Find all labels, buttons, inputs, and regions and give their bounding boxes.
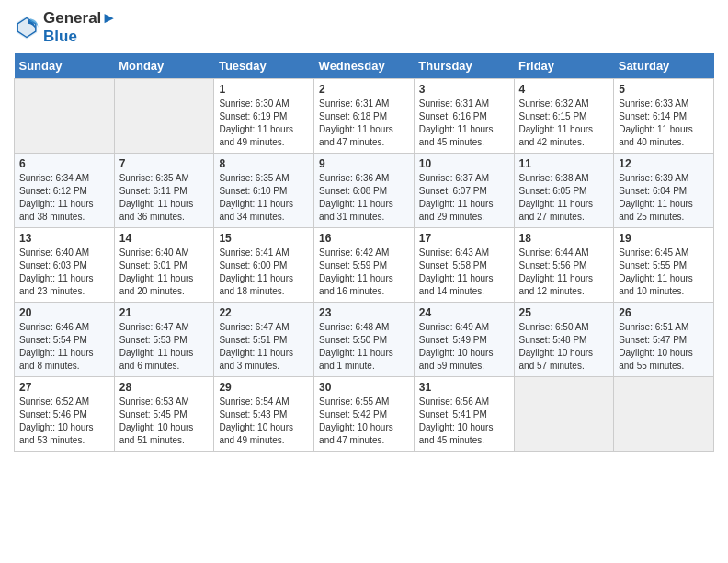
calendar-cell: 29Sunrise: 6:54 AMSunset: 5:43 PMDayligh… — [214, 377, 314, 452]
day-number: 24 — [419, 306, 509, 319]
calendar-cell: 2Sunrise: 6:31 AMSunset: 6:18 PMDaylight… — [314, 79, 415, 154]
calendar-cell: 31Sunrise: 6:56 AMSunset: 5:41 PMDayligh… — [414, 377, 514, 452]
day-info: Sunrise: 6:40 AMSunset: 6:03 PMDaylight:… — [19, 247, 109, 298]
day-info: Sunrise: 6:32 AMSunset: 6:15 PMDaylight:… — [519, 98, 609, 149]
calendar-cell: 21Sunrise: 6:47 AMSunset: 5:53 PMDayligh… — [114, 303, 214, 377]
calendar-table: SundayMondayTuesdayWednesdayThursdayFrid… — [14, 53, 714, 452]
calendar-cell: 27Sunrise: 6:52 AMSunset: 5:46 PMDayligh… — [15, 377, 115, 452]
day-info: Sunrise: 6:35 AMSunset: 6:10 PMDaylight:… — [219, 172, 309, 224]
day-number: 15 — [219, 232, 309, 245]
calendar-week-1: 1Sunrise: 6:30 AMSunset: 6:19 PMDaylight… — [15, 79, 714, 154]
day-info: Sunrise: 6:50 AMSunset: 5:48 PMDaylight:… — [519, 321, 609, 373]
day-number: 17 — [419, 232, 509, 245]
day-number: 6 — [19, 157, 109, 170]
calendar-cell: 11Sunrise: 6:38 AMSunset: 6:05 PMDayligh… — [514, 154, 614, 228]
header-row: SundayMondayTuesdayWednesdayThursdayFrid… — [15, 53, 714, 79]
calendar-cell: 1Sunrise: 6:30 AMSunset: 6:19 PMDaylight… — [214, 79, 314, 154]
logo-icon — [14, 15, 40, 40]
day-info: Sunrise: 6:30 AMSunset: 6:19 PMDaylight:… — [219, 98, 309, 149]
calendar-cell: 18Sunrise: 6:44 AMSunset: 5:56 PMDayligh… — [514, 228, 614, 303]
calendar-cell: 3Sunrise: 6:31 AMSunset: 6:16 PMDaylight… — [414, 79, 514, 154]
calendar-cell: 5Sunrise: 6:33 AMSunset: 6:14 PMDaylight… — [614, 79, 714, 154]
calendar-cell: 14Sunrise: 6:40 AMSunset: 6:01 PMDayligh… — [114, 228, 214, 303]
calendar-cell — [514, 377, 614, 452]
calendar-cell: 4Sunrise: 6:32 AMSunset: 6:15 PMDaylight… — [514, 79, 614, 154]
day-number: 7 — [119, 157, 210, 170]
day-info: Sunrise: 6:47 AMSunset: 5:53 PMDaylight:… — [119, 321, 210, 373]
calendar-cell: 22Sunrise: 6:47 AMSunset: 5:51 PMDayligh… — [214, 303, 314, 377]
day-info: Sunrise: 6:52 AMSunset: 5:46 PMDaylight:… — [19, 396, 109, 447]
day-number: 23 — [319, 306, 409, 319]
column-header-tuesday: Tuesday — [214, 53, 314, 79]
calendar-cell — [114, 79, 214, 154]
calendar-week-5: 27Sunrise: 6:52 AMSunset: 5:46 PMDayligh… — [15, 377, 714, 452]
calendar-cell: 7Sunrise: 6:35 AMSunset: 6:11 PMDaylight… — [114, 154, 214, 228]
day-info: Sunrise: 6:33 AMSunset: 6:14 PMDaylight:… — [619, 98, 709, 149]
calendar-week-2: 6Sunrise: 6:34 AMSunset: 6:12 PMDaylight… — [15, 154, 714, 228]
day-number: 30 — [319, 381, 409, 394]
day-info: Sunrise: 6:53 AMSunset: 5:45 PMDaylight:… — [119, 396, 210, 447]
calendar-cell: 15Sunrise: 6:41 AMSunset: 6:00 PMDayligh… — [214, 228, 314, 303]
calendar-cell — [614, 377, 714, 452]
day-info: Sunrise: 6:31 AMSunset: 6:18 PMDaylight:… — [319, 98, 409, 149]
day-info: Sunrise: 6:40 AMSunset: 6:01 PMDaylight:… — [119, 247, 210, 298]
day-number: 31 — [419, 381, 509, 394]
calendar-cell — [15, 79, 115, 154]
day-number: 27 — [19, 381, 109, 394]
day-info: Sunrise: 6:54 AMSunset: 5:43 PMDaylight:… — [219, 396, 309, 447]
calendar-week-4: 20Sunrise: 6:46 AMSunset: 5:54 PMDayligh… — [15, 303, 714, 377]
day-number: 3 — [419, 83, 509, 96]
day-number: 11 — [519, 157, 609, 170]
column-header-wednesday: Wednesday — [314, 53, 415, 79]
calendar-cell: 19Sunrise: 6:45 AMSunset: 5:55 PMDayligh… — [614, 228, 714, 303]
column-header-thursday: Thursday — [414, 53, 514, 79]
day-number: 22 — [219, 306, 309, 319]
day-number: 28 — [119, 381, 210, 394]
calendar-cell: 9Sunrise: 6:36 AMSunset: 6:08 PMDaylight… — [314, 154, 415, 228]
day-number: 4 — [519, 83, 609, 96]
day-number: 13 — [19, 232, 109, 245]
day-info: Sunrise: 6:51 AMSunset: 5:47 PMDaylight:… — [619, 321, 709, 373]
calendar-cell: 8Sunrise: 6:35 AMSunset: 6:10 PMDaylight… — [214, 154, 314, 228]
day-number: 19 — [619, 232, 709, 245]
day-number: 25 — [519, 306, 609, 319]
column-header-monday: Monday — [114, 53, 214, 79]
day-number: 29 — [219, 381, 309, 394]
day-info: Sunrise: 6:36 AMSunset: 6:08 PMDaylight:… — [319, 172, 409, 224]
day-info: Sunrise: 6:41 AMSunset: 6:00 PMDaylight:… — [219, 247, 309, 298]
calendar-cell: 17Sunrise: 6:43 AMSunset: 5:58 PMDayligh… — [414, 228, 514, 303]
day-info: Sunrise: 6:56 AMSunset: 5:41 PMDaylight:… — [419, 396, 509, 447]
day-info: Sunrise: 6:35 AMSunset: 6:11 PMDaylight:… — [119, 172, 210, 224]
day-info: Sunrise: 6:49 AMSunset: 5:49 PMDaylight:… — [419, 321, 509, 373]
calendar-cell: 23Sunrise: 6:48 AMSunset: 5:50 PMDayligh… — [314, 303, 415, 377]
day-info: Sunrise: 6:46 AMSunset: 5:54 PMDaylight:… — [19, 321, 109, 373]
calendar-cell: 13Sunrise: 6:40 AMSunset: 6:03 PMDayligh… — [15, 228, 115, 303]
day-info: Sunrise: 6:43 AMSunset: 5:58 PMDaylight:… — [419, 247, 509, 298]
day-number: 14 — [119, 232, 210, 245]
day-number: 20 — [19, 306, 109, 319]
logo: General► Blue — [14, 9, 117, 46]
logo-text: General► Blue — [43, 9, 117, 46]
day-info: Sunrise: 6:42 AMSunset: 5:59 PMDaylight:… — [319, 247, 409, 298]
calendar-cell: 24Sunrise: 6:49 AMSunset: 5:49 PMDayligh… — [414, 303, 514, 377]
calendar-cell: 26Sunrise: 6:51 AMSunset: 5:47 PMDayligh… — [614, 303, 714, 377]
column-header-friday: Friday — [514, 53, 614, 79]
page-header: General► Blue — [14, 9, 714, 46]
day-info: Sunrise: 6:44 AMSunset: 5:56 PMDaylight:… — [519, 247, 609, 298]
day-number: 10 — [419, 157, 509, 170]
day-info: Sunrise: 6:47 AMSunset: 5:51 PMDaylight:… — [219, 321, 309, 373]
calendar-cell: 20Sunrise: 6:46 AMSunset: 5:54 PMDayligh… — [15, 303, 115, 377]
day-number: 16 — [319, 232, 409, 245]
calendar-cell: 28Sunrise: 6:53 AMSunset: 5:45 PMDayligh… — [114, 377, 214, 452]
svg-marker-0 — [17, 16, 37, 39]
day-info: Sunrise: 6:39 AMSunset: 6:04 PMDaylight:… — [619, 172, 709, 224]
day-info: Sunrise: 6:45 AMSunset: 5:55 PMDaylight:… — [619, 247, 709, 298]
day-number: 26 — [619, 306, 709, 319]
day-info: Sunrise: 6:55 AMSunset: 5:42 PMDaylight:… — [319, 396, 409, 447]
calendar-cell: 30Sunrise: 6:55 AMSunset: 5:42 PMDayligh… — [314, 377, 415, 452]
day-number: 2 — [319, 83, 409, 96]
calendar-cell: 12Sunrise: 6:39 AMSunset: 6:04 PMDayligh… — [614, 154, 714, 228]
calendar-cell: 10Sunrise: 6:37 AMSunset: 6:07 PMDayligh… — [414, 154, 514, 228]
day-info: Sunrise: 6:38 AMSunset: 6:05 PMDaylight:… — [519, 172, 609, 224]
day-number: 12 — [619, 157, 709, 170]
